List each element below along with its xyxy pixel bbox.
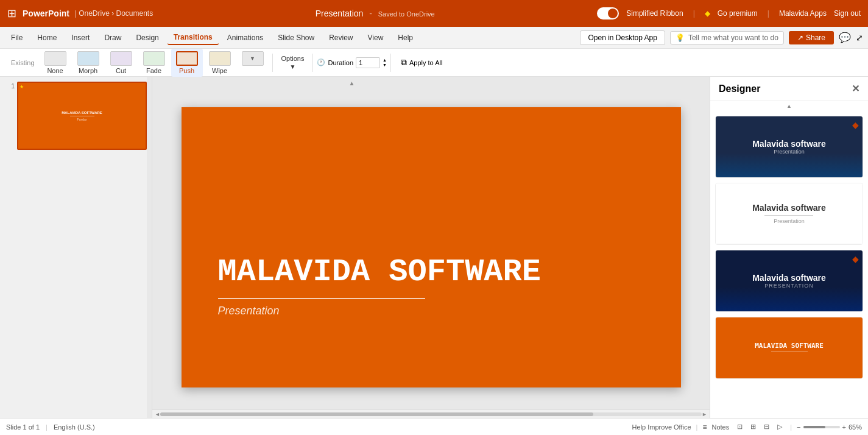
help-improve[interactable]: Help Improve Office xyxy=(632,423,691,431)
open-desktop-button[interactable]: Open in Desktop App xyxy=(580,30,665,45)
menu-file[interactable]: File xyxy=(5,31,29,44)
app-grid-icon[interactable]: ⊞ xyxy=(7,7,16,20)
designer-card-img-4: MALAVIDA SOFTWARE xyxy=(716,317,863,378)
ribbon-sep-1 xyxy=(272,54,273,72)
ribbon-sep-3 xyxy=(390,54,391,72)
save-status: Saved to OneDrive xyxy=(378,10,435,18)
slide-star-icon: ★ xyxy=(19,84,24,90)
language-info: English (U.S.) xyxy=(54,423,95,431)
slide-panel: 1 ★ MALAVIDA SOFTWARE Fundar xyxy=(0,77,152,418)
horizontal-scrollbar[interactable]: ◄ ► xyxy=(152,409,710,418)
expand-icon[interactable]: ⤢ xyxy=(856,33,863,43)
lightbulb-icon: 💡 xyxy=(676,34,685,42)
menu-review[interactable]: Review xyxy=(323,31,359,44)
dc-sub-2: Presentation xyxy=(752,218,826,224)
share-button[interactable]: ↗ Share xyxy=(789,31,834,44)
menu-view[interactable]: View xyxy=(362,31,390,44)
menu-right-actions: Open in Desktop App 💡 Tell me what you w… xyxy=(580,30,863,45)
dc-title-4: MALAVIDA SOFTWARE xyxy=(755,342,824,350)
menu-home[interactable]: Home xyxy=(31,31,63,44)
menu-insert[interactable]: Insert xyxy=(65,31,96,44)
slide-info: Slide 1 of 1 xyxy=(6,423,40,431)
scrollbar-thumb[interactable] xyxy=(160,412,593,416)
zoom-slider[interactable] xyxy=(803,426,840,428)
none-thumb xyxy=(44,51,66,66)
title-bar-actions: Simplified Ribbon | ◆ Go premium | Malav… xyxy=(597,7,861,19)
slide-thumb-1[interactable]: ★ MALAVIDA SOFTWARE Fundar xyxy=(17,82,147,150)
scrollbar-track xyxy=(160,412,702,416)
slide-panel-scrollbar[interactable] xyxy=(147,77,152,418)
status-right: Help Improve Office | ≡ Notes ⊡ ⊞ ⊟ ▷ | … xyxy=(632,422,862,433)
designer-close-button[interactable]: ✕ xyxy=(852,83,859,94)
breadcrumb: OneDrive › Documents xyxy=(79,9,153,18)
more-thumb: ▼ xyxy=(242,51,264,66)
view-icons: ⊡ ⊞ ⊟ ▷ xyxy=(734,422,785,433)
designer-card-3[interactable]: ◆ Malavida software PRESENTATION xyxy=(715,250,863,312)
designer-scroll-up[interactable]: ▲ xyxy=(710,101,868,111)
ribbon-existing: Existing xyxy=(7,57,38,69)
canvas-scroll-up[interactable]: ▲ xyxy=(152,77,551,89)
notes-button[interactable]: Notes xyxy=(711,423,729,431)
status-bar: Slide 1 of 1 | English (U.S.) Help Impro… xyxy=(0,418,868,435)
sign-out-button[interactable]: Sign out xyxy=(834,9,861,18)
ribbon-none[interactable]: None xyxy=(40,49,71,77)
notes-icon: ≡ xyxy=(702,423,707,431)
slide-thumb-title: MALAVIDA SOFTWARE xyxy=(62,111,102,115)
duration-spinner[interactable]: ▲▼ xyxy=(383,58,387,67)
slide-canvas[interactable]: MALAVIDA SOFTWARE Presentation xyxy=(182,107,681,387)
options-arrow: ▼ xyxy=(290,63,296,70)
designer-card-img-3: ◆ Malavida software PRESENTATION xyxy=(716,250,863,311)
designer-card-4[interactable]: MALAVIDA SOFTWARE xyxy=(715,317,863,379)
dc-title-3: Malavida software xyxy=(752,273,826,283)
ribbon-morph[interactable]: Morph xyxy=(72,49,104,77)
presentation-title: Presentation - Saved to OneDrive xyxy=(153,9,597,18)
designer-card-1[interactable]: ◆ Malavida software Presentation xyxy=(715,116,863,178)
normal-view-icon[interactable]: ⊡ xyxy=(734,422,745,433)
slide-thumb-sub: Fundar xyxy=(77,118,87,121)
designer-card-2[interactable]: Malavida software Presentation xyxy=(715,183,863,245)
ribbon-cut[interactable]: Cut xyxy=(105,49,137,77)
title-bar: ⊞ PowerPoint | OneDrive › Documents Pres… xyxy=(0,0,868,27)
malavida-apps-button[interactable]: Malavida Apps xyxy=(779,9,827,18)
app-name: PowerPoint xyxy=(23,9,69,18)
go-premium-button[interactable]: Go premium xyxy=(718,9,758,18)
menu-design[interactable]: Design xyxy=(130,31,164,44)
ribbon-push[interactable]: Push xyxy=(171,49,203,77)
scroll-left-arrow[interactable]: ◄ xyxy=(155,411,160,417)
menu-transitions[interactable]: Transitions xyxy=(168,30,219,45)
simplified-ribbon-toggle[interactable] xyxy=(597,7,619,19)
ribbon-more[interactable]: ▼ more xyxy=(237,49,269,77)
tell-me-input[interactable]: 💡 Tell me what you want to do xyxy=(670,31,784,44)
ribbon-wipe[interactable]: Wipe xyxy=(204,49,236,77)
designer-items: ◆ Malavida software Presentation Malavid… xyxy=(710,111,868,418)
designer-header: Designer ✕ xyxy=(710,77,868,101)
designer-panel: Designer ✕ ▲ ◆ Malavida software Present… xyxy=(710,77,868,418)
designer-card-img-1: ◆ Malavida software Presentation xyxy=(716,116,863,177)
zoom-out-button[interactable]: − xyxy=(797,423,800,431)
scroll-right-arrow[interactable]: ► xyxy=(702,411,707,417)
ribbon: Existing None Morph Cut Fade Push Wipe ▼… xyxy=(0,49,868,77)
slide-sorter-icon[interactable]: ⊞ xyxy=(747,422,758,433)
zoom-level[interactable]: 65% xyxy=(849,423,862,431)
apply-icon: ⧉ xyxy=(401,57,407,68)
zoom-in-button[interactable]: + xyxy=(842,423,846,431)
menu-draw[interactable]: Draw xyxy=(98,31,127,44)
slide-subtitle: Presentation xyxy=(218,305,280,317)
ribbon-fade[interactable]: Fade xyxy=(138,49,170,77)
menu-help[interactable]: Help xyxy=(392,31,419,44)
zoom-controls: − + 65% xyxy=(797,423,862,431)
slide-number-1: 1 xyxy=(5,82,15,90)
reading-view-icon[interactable]: ⊟ xyxy=(761,422,772,433)
breadcrumb-sep: | xyxy=(74,9,76,18)
comment-icon[interactable]: 💬 xyxy=(839,32,851,43)
ribbon-options[interactable]: Options ▼ xyxy=(277,52,309,72)
main-content: 1 ★ MALAVIDA SOFTWARE Fundar ▲ MALAVIDA … xyxy=(0,77,868,418)
duration-input[interactable] xyxy=(356,57,380,68)
morph-thumb xyxy=(77,51,99,66)
apply-to-all-button[interactable]: ⧉ Apply to All xyxy=(395,55,448,70)
presentation-view-icon[interactable]: ▷ xyxy=(774,422,785,433)
menu-slide-show[interactable]: Slide Show xyxy=(272,31,320,44)
menu-animations[interactable]: Animations xyxy=(221,31,269,44)
push-thumb xyxy=(176,51,198,66)
designer-card-img-2: Malavida software Presentation xyxy=(716,183,863,244)
